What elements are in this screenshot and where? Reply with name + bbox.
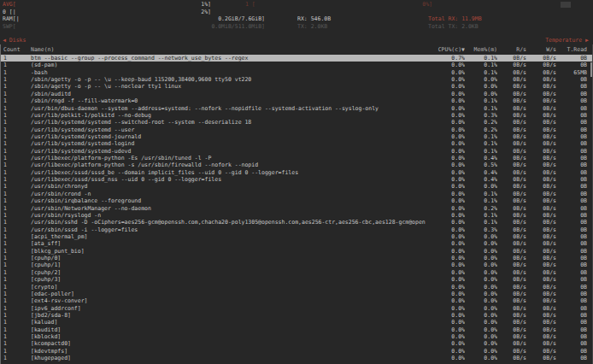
process-row[interactable]: 1/usr/libexec/platform-python -Es /usr/s… (1, 155, 592, 161)
process-row[interactable]: 1/usr/lib/systemd/systemd --switched-roo… (1, 119, 592, 126)
process-read-per-sec: 0B/s (497, 126, 526, 133)
process-row[interactable]: 1/usr/sbin/sssd -i --logger=files0.0%0.3… (1, 226, 592, 233)
process-row[interactable]: 1[ext4-rsv-conver]0.0%0.0%0B/s0B/s0B (1, 297, 592, 304)
process-row[interactable]: 1[edac-poller]0.0%0.0%0B/s0B/s0B (1, 291, 592, 297)
process-row[interactable]: 1btm --basic --group --process_command -… (1, 55, 592, 62)
process-row[interactable]: 1[acpi_thermal_pm]0.0%0.0%0B/s0B/s0B (1, 233, 592, 240)
process-row[interactable]: 1/sbin/rngd -f --fill-watermark=00.0%0.1… (1, 97, 592, 104)
process-count: 1 (1, 119, 29, 126)
process-mem: 0.0% (465, 348, 497, 355)
process-row[interactable]: 1/usr/sbin/crond -n0.0%0.1%0B/s0B/s0B (1, 191, 592, 197)
process-count: 1 (1, 97, 29, 104)
process-read-per-sec: 0B/s (497, 319, 526, 326)
process-count: 1 (1, 176, 29, 183)
process-row[interactable]: 1[kdevtmpfs]0.0%0.0%0B/s0B/s0B (1, 348, 592, 355)
process-write-per-sec: 0B/s (526, 312, 556, 319)
header-read-per-sec[interactable]: R/s (497, 44, 526, 55)
process-row[interactable]: 1[cpuhp/3]0.0%0.0%0B/s0B/s0B (1, 276, 592, 283)
process-read-per-sec: 0B/s (497, 191, 526, 197)
process-row[interactable]: 1/sbin/agetty -o -p -- \u --keep-baud 11… (1, 76, 592, 83)
process-name: /usr/lib/systemd/systemd --switched-root… (29, 119, 426, 126)
process-total-read: 0B (556, 161, 587, 168)
process-row[interactable]: 1[khugepaged]0.0%0.0%0B/s0B/s0B (1, 355, 592, 361)
header-write-per-sec[interactable]: W/s (526, 44, 556, 55)
process-write-per-sec: 0B/s (526, 91, 556, 97)
process-cpu: 0.0% (426, 248, 465, 255)
process-row[interactable]: 1[cpuhp/1]0.0%0.0%0B/s0B/s0B (1, 261, 592, 268)
process-row[interactable]: 1[kcompactd0]0.0%0.0%0B/s0B/s0B (1, 340, 592, 347)
process-mem: 0.4% (465, 176, 497, 183)
process-row[interactable]: 1[ata_sff]0.0%0.0%0B/s0B/s0B (1, 240, 592, 247)
process-row[interactable]: 1-bash0.0%0.1%0B/s0B/s65MB (1, 69, 592, 76)
process-cpu: 0.0% (426, 97, 465, 104)
header-name[interactable]: Name(n) (29, 44, 426, 55)
cpu-avg-gauge-label: AVG[ (3, 2, 16, 8)
process-read-per-sec: 0B/s (497, 83, 526, 90)
process-write-per-sec: 0B/s (526, 161, 556, 168)
process-mem: 0.4% (465, 169, 497, 176)
process-row[interactable]: 1[blkcg_punt_bio]0.0%0.0%0B/s0B/s0B (1, 248, 592, 255)
process-cpu: 0.0% (426, 312, 465, 319)
process-row[interactable]: 1[kaluad]0.0%0.0%0B/s0B/s0B (1, 319, 592, 326)
process-count: 1 (1, 233, 29, 240)
process-total-read: 0B (556, 348, 587, 355)
process-row[interactable]: 1(sd-pam)0.0%0.1%0B/s0B/s0B (1, 62, 592, 68)
process-name: /usr/lib/systemd/systemd-journald (29, 133, 426, 140)
process-cpu: 0.0% (426, 276, 465, 283)
process-row[interactable]: 1/usr/lib/systemd/systemd-udevd0.0%0.1%0… (1, 148, 592, 155)
process-row[interactable]: 1/usr/sbin/sshd -D -oCiphers=aes256-gcm@… (1, 219, 592, 226)
process-total-read: 0B (556, 62, 587, 68)
process-row[interactable]: 1[kauditd]0.0%0.0%0B/s0B/s0B (1, 326, 592, 333)
process-cpu: 0.0% (426, 305, 465, 312)
process-mem: 0.1% (465, 62, 497, 68)
process-row[interactable]: 1/usr/lib/systemd/systemd-journald0.0%0.… (1, 133, 592, 140)
process-cpu: 0.0% (426, 197, 465, 204)
process-cpu: 0.0% (426, 148, 465, 155)
process-mem: 0.0% (465, 284, 497, 291)
process-row[interactable]: 1/usr/libexec/sssd/sssd_be --domain impl… (1, 169, 592, 176)
header-cpu[interactable]: CPU%(c)▼ (426, 44, 465, 55)
process-cpu: 0.0% (426, 219, 465, 226)
process-row[interactable]: 1[jbd2/sda-8]0.0%0.0%0B/s0B/s0B (1, 312, 592, 319)
header-count[interactable]: Count (1, 44, 29, 55)
process-count: 1 (1, 69, 29, 76)
process-write-per-sec: 0B/s (526, 169, 556, 176)
process-row[interactable]: 1/usr/libexec/platform-python -s /usr/sb… (1, 161, 592, 168)
process-row[interactable]: 1/sbin/auditd0.0%0.0%0B/s0B/s0B (1, 91, 592, 97)
process-mem: 0.0% (465, 319, 497, 326)
nav-disks-left[interactable]: ◀ Disks (3, 37, 26, 44)
process-row[interactable]: 1/usr/sbin/irqbalance --foreground0.0%0.… (1, 197, 592, 204)
process-mem: 0.4% (465, 155, 497, 161)
process-row[interactable]: 1/usr/sbin/rsyslogd -n0.0%0.1%0B/s0B/s0B (1, 212, 592, 219)
process-row[interactable]: 1/usr/sbin/chronyd0.0%0.0%0B/s0B/s0B (1, 183, 592, 190)
table-scrollbar-thumb[interactable] (590, 62, 592, 77)
process-row[interactable]: 1/usr/lib/systemd/systemd --user0.0%0.2%… (1, 126, 592, 133)
header-total-read[interactable]: T.Read (556, 44, 587, 55)
network-total-tx-value: Total TX: 2.0KB (428, 24, 479, 30)
process-row[interactable]: 1[ipv6_addrconf]0.0%0.0%0B/s0B/s0B (1, 305, 592, 312)
process-count: 1 (1, 276, 29, 283)
process-write-per-sec: 0B/s (526, 291, 556, 297)
process-row[interactable]: 1/usr/lib/polkit-1/polkitd --no-debug0.0… (1, 112, 592, 119)
process-total-read: 0B (556, 340, 587, 347)
process-write-per-sec: 0B/s (526, 55, 556, 62)
process-row[interactable]: 1/sbin/agetty -o -p -- \u --noclear tty1… (1, 83, 592, 90)
process-cpu: 0.0% (426, 326, 465, 333)
process-read-per-sec: 0B/s (497, 348, 526, 355)
process-mem: 0.0% (465, 312, 497, 319)
process-row[interactable]: 1/usr/libexec/sssd/sssd_nss --uid 0 --gi… (1, 176, 592, 183)
process-row[interactable]: 1/usr/sbin/NetworkManager --no-daemon0.0… (1, 205, 592, 212)
process-row[interactable]: 1[kblockd]0.0%0.0%0B/s0B/s0B (1, 333, 592, 340)
cpu-avg-gauge-value: 1%] (201, 2, 211, 8)
process-row[interactable]: 1[cpuhp/2]0.0%0.0%0B/s0B/s0B (1, 269, 592, 276)
process-row[interactable]: 1/usr/lib/systemd/systemd-logind0.0%0.1%… (1, 140, 592, 147)
process-row[interactable]: 1/usr/bin/dbus-daemon --system --address… (1, 105, 592, 112)
process-total-read: 65MB (556, 69, 587, 76)
process-write-per-sec: 0B/s (526, 155, 556, 161)
process-name: /usr/lib/systemd/systemd --user (29, 126, 426, 133)
process-row[interactable]: 1[crypto]0.0%0.0%0B/s0B/s0B (1, 284, 592, 291)
process-row[interactable]: 1[cpuhp/0]0.0%0.0%0B/s0B/s0B (1, 255, 592, 261)
nav-temperature-right[interactable]: Temperature ▶ (545, 37, 589, 44)
process-cpu: 0.0% (426, 105, 465, 112)
header-mem[interactable]: Mem%(m) (465, 44, 497, 55)
